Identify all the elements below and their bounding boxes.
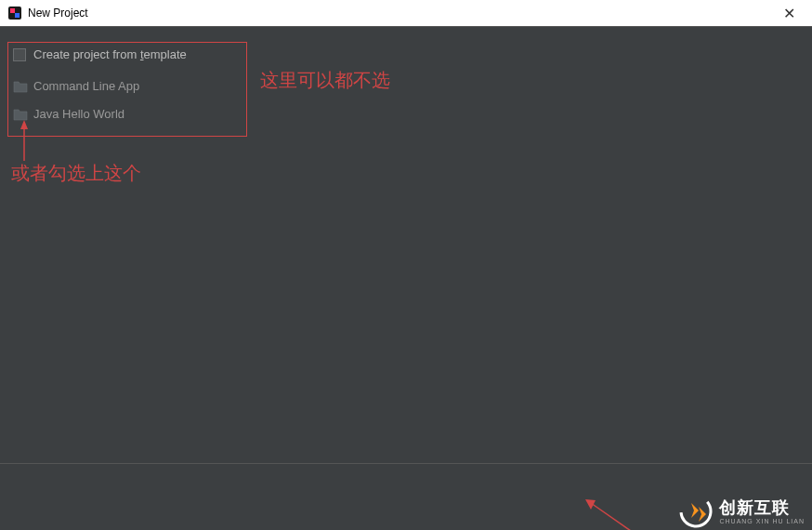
- watermark-logo-icon: [678, 494, 714, 529]
- folder-icon: [13, 108, 28, 121]
- create-from-template-checkbox[interactable]: [13, 48, 26, 61]
- template-label: Java Hello World: [33, 107, 124, 121]
- close-button[interactable]: ✕: [774, 3, 805, 24]
- template-item-command-line-app[interactable]: Command Line App: [13, 79, 139, 93]
- annotation-text-below: 或者勾选上这个: [11, 161, 141, 186]
- svg-marker-6: [585, 499, 596, 510]
- svg-rect-1: [10, 8, 15, 13]
- template-item-java-hello-world[interactable]: Java Hello World: [13, 107, 124, 121]
- svg-marker-8: [699, 507, 706, 522]
- svg-marker-9: [691, 503, 699, 518]
- create-from-template-label: Create project from template: [33, 47, 187, 61]
- watermark-sub-text: CHUANG XIN HU LIAN: [719, 518, 805, 524]
- annotation-arrow-icon: [580, 496, 635, 530]
- svg-rect-2: [15, 13, 20, 18]
- upper-panel: Create project from template Command Lin…: [0, 27, 812, 464]
- folder-icon: [13, 80, 28, 93]
- app-icon: [7, 6, 22, 20]
- template-label: Command Line App: [33, 79, 139, 93]
- window-title: New Project: [28, 7, 774, 20]
- watermark: 创新互联 CHUANG XIN HU LIAN: [678, 494, 805, 529]
- main-area: Create project from template Command Lin…: [0, 26, 812, 530]
- titlebar: New Project ✕: [0, 0, 812, 26]
- svg-line-5: [591, 503, 631, 530]
- annotation-text-right: 这里可以都不选: [260, 68, 390, 93]
- annotation-arrow-icon: [20, 120, 43, 165]
- create-from-template-row[interactable]: Create project from template: [13, 47, 187, 61]
- watermark-main-text: 创新互联: [719, 499, 805, 516]
- lower-panel: 创新互联 CHUANG XIN HU LIAN: [0, 466, 812, 530]
- svg-marker-4: [20, 120, 28, 129]
